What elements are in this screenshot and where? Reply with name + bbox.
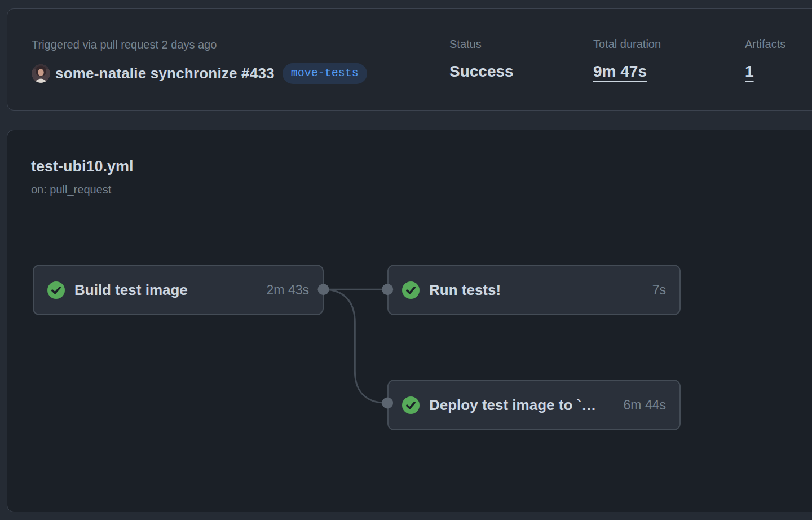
actor-line[interactable]: some-natalie synchronize #433 — [55, 65, 275, 82]
triggered-text: Triggered via pull request 2 days ago — [32, 38, 217, 51]
job-name: Build test image — [74, 281, 260, 299]
job-connector-edges — [7, 130, 812, 512]
job-duration: 6m 44s — [624, 398, 666, 413]
status-value: Success — [449, 63, 514, 81]
status-label: Status — [449, 38, 482, 51]
run-summary-card: Triggered via pull request 2 days ago so… — [7, 8, 812, 111]
total-duration-label: Total duration — [593, 38, 661, 51]
job-name: Run tests! — [429, 281, 646, 299]
job-node-deploy-test-image[interactable]: Deploy test image to `… 6m 44s — [387, 380, 681, 430]
workflow-graph-card: test-ubi10.yml on: pull_request Build te… — [7, 130, 812, 512]
workflow-graph: Build test image 2m 43s Run tests! 7s De… — [7, 130, 812, 512]
success-check-icon — [47, 281, 65, 299]
success-check-icon — [402, 281, 420, 299]
artifacts-label: Artifacts — [745, 38, 785, 51]
avatar-image — [32, 64, 50, 83]
job-duration: 7s — [652, 283, 666, 298]
job-node-build-test-image[interactable]: Build test image 2m 43s — [33, 265, 324, 315]
job-duration: 2m 43s — [267, 283, 309, 298]
artifacts-count[interactable]: 1 — [745, 63, 754, 81]
job-node-run-tests[interactable]: Run tests! 7s — [387, 265, 681, 315]
branch-badge[interactable]: move-tests — [283, 63, 367, 84]
job-name: Deploy test image to `… — [429, 396, 617, 414]
success-check-icon — [402, 396, 420, 414]
actor-avatar[interactable] — [32, 64, 50, 83]
actor-row: some-natalie synchronize #433 move-tests — [32, 63, 367, 84]
total-duration-value[interactable]: 9m 47s — [593, 63, 647, 81]
